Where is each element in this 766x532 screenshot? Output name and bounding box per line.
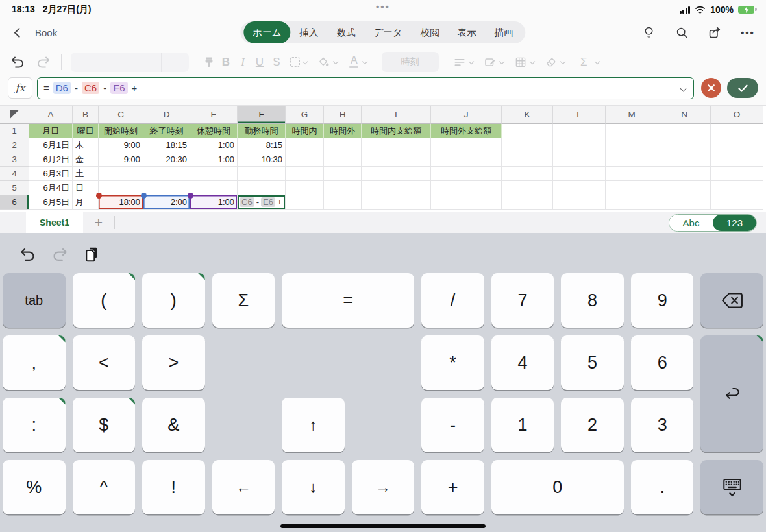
font-size-field[interactable] — [162, 53, 189, 72]
cell-C1[interactable]: 開始時刻 — [99, 124, 143, 138]
cell-N6[interactable] — [658, 195, 711, 210]
formula-input[interactable]: =D6-C6-E6+ — [37, 77, 694, 99]
key-2[interactable]: 2 — [561, 398, 624, 452]
cell-E3[interactable]: 1:00 — [190, 152, 238, 167]
range-handle-blue[interactable] — [141, 193, 147, 199]
cell-J3[interactable] — [431, 152, 502, 167]
cell-F5[interactable] — [238, 181, 286, 195]
autosum-button[interactable]: Σ — [575, 56, 599, 69]
ribbon-tab-校閲[interactable]: 校閲 — [412, 21, 449, 43]
column-header-M[interactable]: M — [606, 106, 658, 124]
column-header-J[interactable]: J — [431, 106, 502, 124]
abc-mode-button[interactable]: Abc — [669, 215, 713, 231]
cell-E5[interactable] — [190, 181, 238, 195]
ribbon-tab-ホーム[interactable]: ホーム — [243, 21, 290, 43]
ribbon-tab-数式[interactable]: 数式 — [328, 21, 365, 43]
range-handle-purple[interactable] — [188, 193, 193, 199]
cell-D4[interactable] — [143, 167, 190, 181]
key-plus[interactable]: + — [421, 460, 484, 514]
key-exclamation[interactable]: ! — [142, 460, 205, 514]
column-header-N[interactable]: N — [658, 106, 711, 124]
cell-N4[interactable] — [658, 167, 711, 181]
key-5[interactable]: 5 — [561, 335, 624, 390]
cell-J1[interactable]: 時間外支給額 — [431, 124, 502, 138]
cell-F1[interactable]: 勤務時間 — [238, 124, 286, 138]
font-name-field[interactable] — [71, 53, 162, 72]
document-title[interactable]: Book — [35, 27, 57, 38]
cell-K1[interactable] — [502, 124, 553, 138]
row-header-3[interactable]: 3 — [0, 152, 29, 167]
column-header-C[interactable]: C — [99, 106, 143, 124]
cell-G1[interactable]: 時間内 — [286, 124, 324, 138]
cell-L1[interactable] — [553, 124, 606, 138]
undo-button[interactable] — [9, 54, 26, 71]
key-dismiss-keyboard[interactable] — [700, 460, 763, 514]
cell-N3[interactable] — [658, 152, 711, 167]
cell-I5[interactable] — [362, 181, 431, 195]
cell-M1[interactable] — [606, 124, 658, 138]
cell-K4[interactable] — [502, 167, 553, 181]
cell-G2[interactable] — [286, 138, 324, 152]
cell-C3[interactable]: 9:00 — [99, 152, 143, 167]
cell-O2[interactable] — [711, 138, 763, 152]
column-header-L[interactable]: L — [553, 106, 606, 124]
key-7[interactable]: 7 — [491, 273, 554, 328]
cell-A4[interactable]: 6月3日 — [29, 167, 73, 181]
italic-button[interactable]: I — [234, 56, 251, 69]
cell-I2[interactable] — [362, 138, 431, 152]
key-arrow-left[interactable]: ← — [212, 460, 275, 514]
ribbon-tab-挿入[interactable]: 挿入 — [291, 21, 328, 43]
column-header-O[interactable]: O — [711, 106, 763, 124]
key-less-than[interactable]: < — [73, 335, 136, 390]
cell-B2[interactable]: 木 — [73, 138, 99, 152]
keyboard-redo-button[interactable] — [51, 245, 69, 263]
cell-M3[interactable] — [606, 152, 658, 167]
cell-L5[interactable] — [553, 181, 606, 195]
key-3[interactable]: 3 — [631, 398, 694, 452]
cell-A3[interactable]: 6月2日 — [29, 152, 73, 167]
key-period[interactable]: . — [631, 460, 694, 514]
cell-J6[interactable] — [431, 195, 502, 210]
column-header-F[interactable]: F — [238, 106, 286, 124]
ribbon-tab-データ[interactable]: データ — [365, 21, 412, 43]
cell-O4[interactable] — [711, 167, 763, 181]
cell-O6[interactable] — [711, 195, 763, 210]
key-arrow-up[interactable]: ↑ — [282, 398, 345, 452]
fill-color-button[interactable] — [317, 56, 338, 69]
cell-B4[interactable]: 土 — [73, 167, 99, 181]
cell-J2[interactable] — [431, 138, 502, 152]
key-greater-than[interactable]: > — [142, 335, 205, 390]
cell-F2[interactable]: 8:15 — [238, 138, 286, 152]
cell-E4[interactable] — [190, 167, 238, 181]
key-minus[interactable]: - — [421, 398, 484, 452]
cell-F4[interactable] — [238, 167, 286, 181]
key-4[interactable]: 4 — [491, 335, 554, 390]
cell-D1[interactable]: 終了時刻 — [143, 124, 190, 138]
column-header-E[interactable]: E — [190, 106, 238, 124]
cell-D2[interactable]: 18:15 — [143, 138, 190, 152]
cell-O1[interactable] — [711, 124, 763, 138]
alignment-button[interactable] — [453, 56, 473, 69]
key-backspace[interactable] — [700, 273, 763, 328]
cell-L3[interactable] — [553, 152, 606, 167]
cell-B6[interactable]: 月 — [73, 195, 99, 210]
key-sigma[interactable]: Σ — [212, 273, 275, 328]
cell-N1[interactable] — [658, 124, 711, 138]
key-arrow-right[interactable]: → — [352, 460, 415, 514]
key-9[interactable]: 9 — [631, 273, 694, 328]
column-header-D[interactable]: D — [143, 106, 190, 124]
key-0[interactable]: 0 — [491, 460, 624, 514]
cell-A1[interactable]: 月日 — [29, 124, 73, 138]
format-painter-icon[interactable] — [201, 54, 217, 71]
key-comma[interactable]: , — [3, 335, 66, 390]
share-icon[interactable] — [707, 25, 723, 40]
row-header-4[interactable]: 4 — [0, 167, 29, 181]
cell-K2[interactable] — [502, 138, 553, 152]
cell-I1[interactable]: 時間内支給額 — [362, 124, 431, 138]
cell-N2[interactable] — [658, 138, 711, 152]
underline-button[interactable]: U — [251, 56, 268, 69]
cell-G4[interactable] — [286, 167, 324, 181]
formula-expand-chevron-icon[interactable] — [680, 85, 687, 91]
cell-O5[interactable] — [711, 181, 763, 195]
key-8[interactable]: 8 — [561, 273, 624, 328]
